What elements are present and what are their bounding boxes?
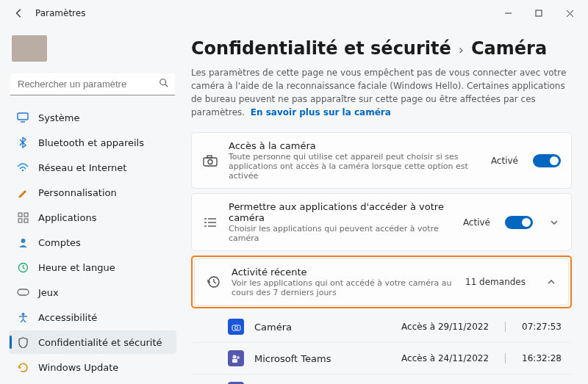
svg-point-2 <box>160 79 166 85</box>
close-icon <box>566 10 574 18</box>
expand-button[interactable] <box>548 216 561 229</box>
page-title: Caméra <box>471 38 547 59</box>
learn-more-link[interactable]: En savoir plus sur la caméra <box>251 107 391 117</box>
sidebar-item-privacy[interactable]: Confidentialité et sécurité <box>9 330 176 354</box>
search-icon <box>159 78 169 90</box>
request-count: 11 demandes <box>465 277 526 287</box>
svg-point-16 <box>208 159 212 164</box>
card-title: Accès à la caméra <box>229 140 481 151</box>
chevron-up-icon <box>547 278 556 286</box>
svg-rect-15 <box>204 158 217 166</box>
sidebar-item-label: Bluetooth et appareils <box>38 137 144 148</box>
svg-point-26 <box>234 326 237 329</box>
system-icon <box>16 111 29 124</box>
sidebar-item-apps[interactable]: Applications <box>9 206 176 229</box>
sidebar-item-accounts[interactable]: Comptes <box>9 231 176 254</box>
sidebar-item-accessibility[interactable]: Accessibilité <box>9 305 176 329</box>
sidebar-item-label: Comptes <box>38 237 81 248</box>
svg-rect-29 <box>232 359 237 363</box>
arrow-left-icon <box>14 8 24 18</box>
nav-list: Système Bluetooth et appareils Réseau et… <box>9 106 176 379</box>
sidebar-item-label: Windows Update <box>38 362 118 373</box>
search-input[interactable] <box>10 73 175 95</box>
svg-point-28 <box>237 356 240 359</box>
camera-access-toggle[interactable] <box>533 154 561 167</box>
access-date: Accès à 29/11/2022 <box>401 322 489 332</box>
maximize-button[interactable] <box>523 2 554 24</box>
sidebar-item-time-language[interactable]: Heure et langue <box>9 256 176 279</box>
maximize-icon <box>535 10 543 18</box>
card-title: Permettre aux applications d'accéder à v… <box>229 201 453 223</box>
sidebar-item-label: Jeux <box>38 287 59 298</box>
app-icon <box>228 319 244 335</box>
svg-point-6 <box>22 170 24 171</box>
activity-row[interactable]: Microsoft TeamsAccès à 24/11/202216:32:2… <box>191 374 572 384</box>
separator <box>505 322 506 332</box>
sidebar-item-network[interactable]: Réseau et Internet <box>9 156 176 179</box>
sidebar-item-label: Applications <box>38 212 96 223</box>
svg-rect-1 <box>536 10 542 16</box>
card-subtitle: Choisir les applications qui peuvent acc… <box>229 224 453 243</box>
avatar <box>12 35 47 62</box>
bluetooth-icon <box>16 136 29 149</box>
breadcrumb-parent[interactable]: Confidentialité et sécurité <box>191 38 451 59</box>
personalization-icon <box>16 186 29 199</box>
user-profile[interactable] <box>9 34 176 70</box>
activity-list: CaméraAccès à 29/11/202207:27:53Microsof… <box>191 311 572 384</box>
sidebar-item-label: Personnalisation <box>38 187 117 198</box>
status-label: Activé <box>463 217 490 228</box>
camera-access-card[interactable]: Accès à la caméra Toute personne qui uti… <box>191 132 572 189</box>
recent-activity-card[interactable]: Activité récente Voir les applications q… <box>194 258 569 305</box>
chevron-right-icon: › <box>459 42 464 57</box>
card-title: Activité récente <box>232 267 455 278</box>
svg-rect-13 <box>18 289 29 295</box>
sidebar-item-system[interactable]: Système <box>9 106 176 129</box>
sidebar-item-label: Réseau et Internet <box>38 162 126 173</box>
svg-rect-4 <box>18 113 28 120</box>
separator <box>505 353 506 363</box>
apps-access-toggle[interactable] <box>505 216 533 229</box>
network-icon <box>16 161 29 174</box>
privacy-icon <box>16 336 29 349</box>
sidebar-item-bluetooth[interactable]: Bluetooth et appareils <box>9 131 176 154</box>
svg-point-14 <box>21 313 24 316</box>
sidebar-item-update[interactable]: Windows Update <box>9 355 176 379</box>
svg-rect-9 <box>18 219 22 222</box>
history-icon <box>205 275 221 289</box>
card-subtitle: Voir les applications qui ont accédé à v… <box>232 278 455 297</box>
close-button[interactable] <box>554 2 585 24</box>
svg-point-11 <box>21 239 25 243</box>
apps-icon <box>16 211 29 224</box>
accessibility-icon <box>16 311 29 324</box>
svg-point-27 <box>233 355 237 359</box>
app-icon <box>228 350 244 366</box>
sidebar-item-label: Accessibilité <box>38 312 97 323</box>
sidebar-item-label: Confidentialité et sécurité <box>38 337 162 348</box>
status-label: Activé <box>491 156 518 166</box>
window-title: Paramètres <box>35 8 85 18</box>
app-name: Caméra <box>254 322 292 333</box>
sidebar-item-gaming[interactable]: Jeux <box>9 280 176 304</box>
svg-line-3 <box>165 84 168 87</box>
apps-access-card[interactable]: Permettre aux applications d'accéder à v… <box>191 193 572 251</box>
access-time: 07:27:53 <box>522 322 562 332</box>
sidebar-item-label: Heure et langue <box>38 262 115 273</box>
list-icon <box>202 217 218 228</box>
sidebar-item-label: Système <box>38 112 79 123</box>
activity-row[interactable]: Microsoft TeamsAccès à 24/11/202216:32:2… <box>191 343 572 374</box>
activity-row[interactable]: CaméraAccès à 29/11/202207:27:53 <box>191 311 572 343</box>
camera-icon <box>202 155 218 167</box>
gaming-icon <box>16 286 29 299</box>
time-lang-icon <box>16 261 29 274</box>
svg-rect-7 <box>18 213 22 217</box>
search-box[interactable] <box>10 73 175 95</box>
page-description: Les paramètres de cette page ne vous emp… <box>191 66 572 119</box>
minimize-button[interactable] <box>492 2 523 24</box>
access-date: Accès à 24/11/2022 <box>401 353 489 363</box>
collapse-button[interactable] <box>545 275 558 289</box>
sidebar-item-personalization[interactable]: Personnalisation <box>9 181 176 204</box>
svg-rect-10 <box>24 219 28 222</box>
back-button[interactable] <box>10 4 28 22</box>
svg-rect-8 <box>24 213 28 217</box>
breadcrumb: Confidentialité et sécurité › Caméra <box>191 38 572 59</box>
